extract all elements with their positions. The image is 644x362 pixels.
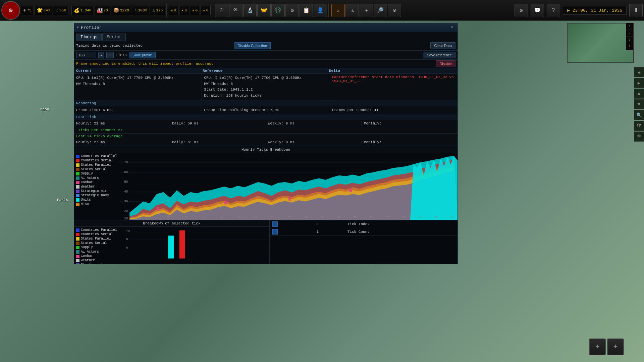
stat-factories: 🏭 70	[95, 6, 110, 15]
frame-excl-col: Frame time exclusing present: 5 ms	[202, 107, 330, 113]
recruitment-button[interactable]: 👤	[314, 4, 327, 17]
nation-flag-icon[interactable]: ⊕	[1, 1, 20, 20]
side-icon-move-down[interactable]: ▼	[634, 99, 644, 109]
production-button[interactable]: ⚙	[285, 4, 299, 17]
legend-units: Units	[76, 198, 117, 202]
clear-data-button[interactable]: Clear Data	[430, 42, 455, 49]
svg-text:6: 6	[126, 247, 128, 250]
diplomacy-button[interactable]: 🤝	[257, 4, 271, 17]
stat-alerts-2: ★ 0	[190, 6, 200, 15]
breakdown-plot[interactable]: 10 8 6	[119, 227, 269, 262]
svg-text:20: 20	[124, 209, 128, 213]
chart-legend: Countries Parallel Countries Serial Stat…	[74, 153, 119, 220]
side-icon-map-mode[interactable]: 🗺	[634, 121, 644, 131]
save-reference-button[interactable]: Save reference	[423, 52, 455, 58]
nuke-button[interactable]: ☢	[388, 4, 401, 17]
column-headers: Current Reference Delta	[74, 68, 458, 74]
svg-rect-45	[168, 236, 174, 259]
controls-row-1: Timing data is being collected Disable C…	[74, 41, 458, 51]
svg-text:60: 60	[124, 170, 128, 174]
side-icon-eye[interactable]: 👁	[634, 132, 644, 142]
side-icon-arrow-left[interactable]: ◀	[634, 67, 644, 77]
focus-button[interactable]: 👁	[229, 4, 243, 17]
side-icon-zoom-in[interactable]: 🔍	[634, 110, 644, 120]
tech-button[interactable]: 🔬	[243, 4, 257, 17]
legend-color-ai-actors	[76, 176, 79, 180]
trade-button[interactable]: 💱	[271, 4, 285, 17]
tick-count-input[interactable]	[76, 52, 96, 58]
stat-supply: ⚡ 100%	[132, 6, 149, 15]
tab-script[interactable]: Script	[102, 34, 125, 41]
svg-rect-16	[288, 197, 291, 201]
legend-color-weather	[76, 185, 79, 189]
bd-legend-weather: Weather	[76, 259, 117, 262]
last-tick-section: Last tick Hourly: 21 ms Daily: 59 ms Wee…	[74, 114, 458, 127]
navy-button[interactable]: ⚓	[345, 4, 359, 17]
legend-label-units: Units	[81, 198, 91, 202]
svg-text:-5: -5	[184, 216, 187, 219]
legend-color-countries-parallel	[76, 155, 79, 158]
divider-3	[212, 4, 212, 17]
air-button[interactable]: ✈	[360, 4, 373, 17]
profiler-tabs: Timings Script	[74, 32, 458, 41]
svg-text:75: 75	[450, 216, 453, 219]
zoom-in-button[interactable]: +	[589, 339, 606, 355]
disable-smoothing-button[interactable]: Disable	[436, 60, 455, 67]
cpu-ref-line2: HW Threads: 8	[204, 81, 327, 87]
cpu-ref-line1: CPU: Intel(R) Core(TM) i7-7700 CPU @ 3.6…	[204, 75, 327, 81]
svg-text:50: 50	[124, 180, 128, 184]
bd-legend-color-sp	[76, 237, 79, 241]
legend-supply: Supply	[76, 172, 117, 175]
minimap[interactable]: 0%	[567, 23, 634, 63]
profiler-close-button[interactable]: ×	[449, 24, 455, 31]
manpower-icon: ♦	[23, 8, 26, 13]
city-label-paris: Paris	[57, 198, 68, 202]
last-daily-col: Daily: 59 ms	[170, 121, 266, 126]
bd-legend-countries-parallel: Countries Parallel	[76, 228, 117, 232]
chart-area[interactable]: 70 60 50 40 30 20 10	[119, 153, 458, 220]
stat-messages[interactable]: ✉ 8	[168, 6, 178, 15]
pause-button[interactable]: ⏸	[629, 4, 643, 17]
legend-countries-parallel: Countries Parallel	[76, 154, 117, 158]
tick-info-section: 0 Tick Index 1 Tick Count	[270, 220, 458, 264]
stat-alerts-3: ★ 0	[201, 6, 211, 15]
alert-icon-2: ★	[192, 8, 195, 12]
num-cell-3: 2	[626, 37, 633, 43]
time-display[interactable]: ▶ 23:00, 31 Jan, 1936	[563, 6, 627, 15]
breakdown-chart-section: Breakdown of selected tick Countries Par…	[74, 220, 270, 264]
flag-button[interactable]: 🏳	[215, 4, 228, 17]
help-button[interactable]: ?	[547, 4, 560, 17]
intel-button[interactable]: 🔎	[374, 4, 387, 17]
legend-combat: Combat	[76, 180, 117, 184]
tick-count-color-swatch	[272, 229, 278, 235]
num-cell-1: 1	[626, 23, 633, 30]
chat-button[interactable]: 💬	[531, 4, 544, 17]
zoom-out-button[interactable]: +	[607, 339, 624, 355]
breakdown-legend: Countries Parallel Countries Serial Stat…	[74, 227, 119, 262]
legend-label-states-serial: States Serial	[81, 167, 107, 171]
tick-index-value-cell: 0	[314, 220, 345, 228]
tick-increment-button[interactable]: +	[106, 52, 114, 58]
production-icon: 📦	[113, 7, 119, 13]
breakdown-svg: 10 8 6	[119, 227, 269, 262]
disable-collection-button[interactable]: Disable Collection	[234, 42, 271, 49]
convoys-icon: ⚓	[152, 7, 155, 13]
fps-col: Frames per second: 41	[330, 107, 458, 113]
logistics-button[interactable]: 📋	[300, 4, 313, 17]
svg-text:10: 10	[124, 217, 128, 220]
bd-legend-color-ai	[76, 250, 79, 254]
legend-states-serial: States Serial	[76, 167, 117, 171]
side-icon-arrow-right[interactable]: ▶	[634, 78, 644, 88]
army-button[interactable]: ⚔	[331, 4, 345, 17]
bd-legend-ai: Ai Actors	[76, 250, 117, 254]
tab-timings[interactable]: Timings	[76, 34, 102, 41]
side-icon-move-up[interactable]: ▲	[634, 89, 644, 99]
svg-text:40: 40	[337, 216, 340, 219]
top-buttons-row2: ⚔ ⚓ ✈ 🔎 ☢	[331, 4, 401, 17]
svg-rect-17	[349, 189, 352, 192]
settings-button[interactable]: ⚙	[515, 4, 528, 17]
right-number-panel: 1 ? 2 ?	[626, 23, 633, 50]
save-profile-button[interactable]: Save profile	[129, 52, 156, 58]
svg-text:35: 35	[321, 216, 324, 219]
tick-decrement-button[interactable]: -	[98, 52, 104, 58]
